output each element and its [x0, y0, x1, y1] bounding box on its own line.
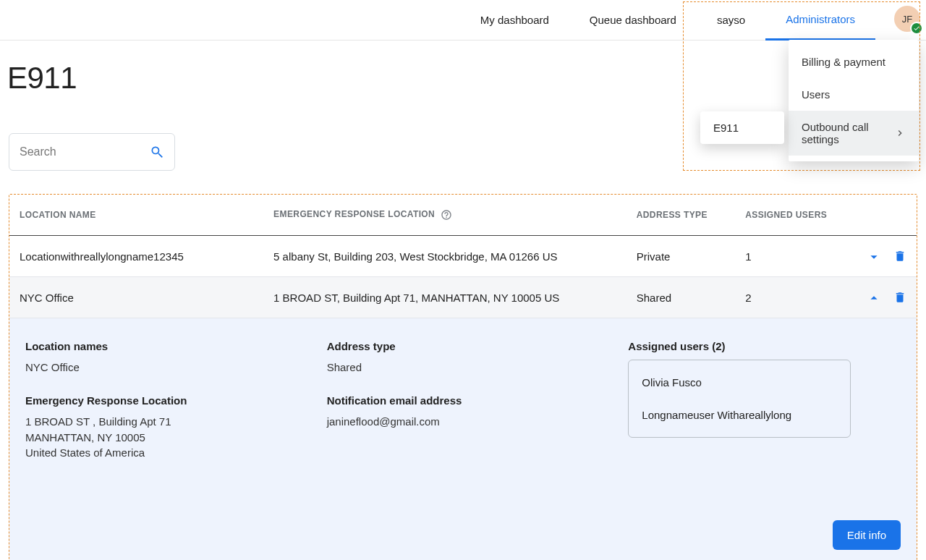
avatar-initials: JF	[902, 14, 912, 25]
cell-assigned-users: 1	[735, 236, 844, 277]
user-avatar[interactable]: JF	[894, 6, 920, 32]
menu-item-label: Billing & payment	[802, 56, 885, 68]
label-assigned-users: Assigned users (2)	[628, 340, 901, 352]
locations-table-region: LOCATION NAME EMERGENCY RESPONSE LOCATIO…	[9, 194, 917, 560]
col-emergency-response-location: EMERGENCY RESPONSE LOCATION	[263, 195, 626, 236]
menu-item-label: Users	[802, 88, 830, 101]
value-erl: 1 BROAD ST , Building Apt 71 MANHATTAN, …	[25, 414, 298, 461]
tab-sayso[interactable]: sayso	[697, 0, 765, 41]
page-body: E911 LOCATION NAME EMERGENCY RESPONSE LO…	[0, 41, 926, 560]
col-location-name: LOCATION NAME	[9, 195, 263, 236]
menu-item-label: Outbound call settings	[802, 121, 894, 145]
chevron-right-icon	[894, 127, 906, 139]
help-icon[interactable]	[441, 209, 452, 221]
edit-info-button[interactable]: Edit info	[833, 520, 901, 550]
menu-item-outbound-call-settings[interactable]: Outbound call settings	[789, 111, 919, 156]
menu-item-billing[interactable]: Billing & payment	[789, 46, 919, 78]
table-row[interactable]: Locationwithreallylongname12345 5 albany…	[9, 236, 917, 277]
table-header-row: LOCATION NAME EMERGENCY RESPONSE LOCATIO…	[9, 195, 917, 236]
search-input[interactable]	[20, 145, 150, 158]
assigned-user-item: Olivia Fusco	[629, 366, 850, 399]
value-location-names: NYC Office	[25, 360, 298, 376]
submenu-e911[interactable]: E911	[700, 111, 784, 144]
cell-erl: 1 BROAD ST, Building Apt 71, MANHATTAN, …	[263, 277, 626, 318]
label-erl: Emergency Response Location	[25, 394, 298, 407]
label-address-type: Address type	[327, 340, 600, 352]
value-notification-email: janineflood@gmail.com	[327, 414, 600, 430]
col-address-type: ADDRESS TYPE	[626, 195, 735, 236]
label-location-names: Location names	[25, 340, 298, 352]
delete-icon[interactable]	[893, 249, 906, 263]
check-badge-icon	[910, 22, 923, 35]
row-detail-panel: Location names NYC Office Emergency Resp…	[9, 318, 917, 560]
top-nav-tabs: My dashboard Queue dashboard sayso Admin…	[460, 0, 914, 41]
erl-line3: United States of America	[25, 445, 298, 461]
col-erl-label: EMERGENCY RESPONSE LOCATION	[273, 209, 435, 219]
tab-administrators[interactable]: Administrators	[765, 0, 875, 41]
tab-queue-dashboard[interactable]: Queue dashboard	[569, 0, 697, 41]
cell-erl: 5 albany St, Building 203, West Stockbri…	[263, 236, 626, 277]
col-actions	[844, 195, 917, 236]
col-assigned-users: ASSIGNED USERS	[735, 195, 844, 236]
menu-item-users[interactable]: Users	[789, 78, 919, 111]
search-box[interactable]	[9, 133, 175, 171]
tab-my-dashboard[interactable]: My dashboard	[460, 0, 569, 41]
submenu-label: E911	[713, 122, 739, 134]
administrators-menu: Billing & payment Users Outbound call se…	[789, 40, 919, 161]
cell-assigned-users: 2	[735, 277, 844, 318]
label-notification-email: Notification email address	[327, 394, 600, 407]
search-icon[interactable]	[150, 145, 164, 159]
cell-location-name: NYC Office	[9, 277, 263, 318]
value-address-type: Shared	[327, 360, 600, 376]
cell-address-type: Private	[626, 236, 735, 277]
expand-row-icon[interactable]	[866, 249, 880, 263]
erl-line1: 1 BROAD ST , Building Apt 71	[25, 414, 298, 430]
assigned-users-list: Olivia Fusco Longnameuser Withareallylon…	[628, 360, 851, 438]
collapse-row-icon[interactable]	[866, 290, 880, 305]
page-title: E911	[7, 61, 77, 96]
table-row-detail: Location names NYC Office Emergency Resp…	[9, 318, 917, 561]
cell-actions	[844, 277, 917, 318]
cell-address-type: Shared	[626, 277, 735, 318]
table-row[interactable]: NYC Office 1 BROAD ST, Building Apt 71, …	[9, 277, 917, 318]
erl-line2: MANHATTAN, NY 10005	[25, 430, 298, 446]
delete-icon[interactable]	[893, 290, 906, 305]
top-nav: My dashboard Queue dashboard sayso Admin…	[0, 0, 926, 41]
cell-location-name: Locationwithreallylongname12345	[9, 236, 263, 277]
assigned-user-item: Longnameuser Withareallylong	[629, 399, 850, 431]
locations-table: LOCATION NAME EMERGENCY RESPONSE LOCATIO…	[9, 195, 917, 560]
cell-actions	[844, 236, 917, 277]
